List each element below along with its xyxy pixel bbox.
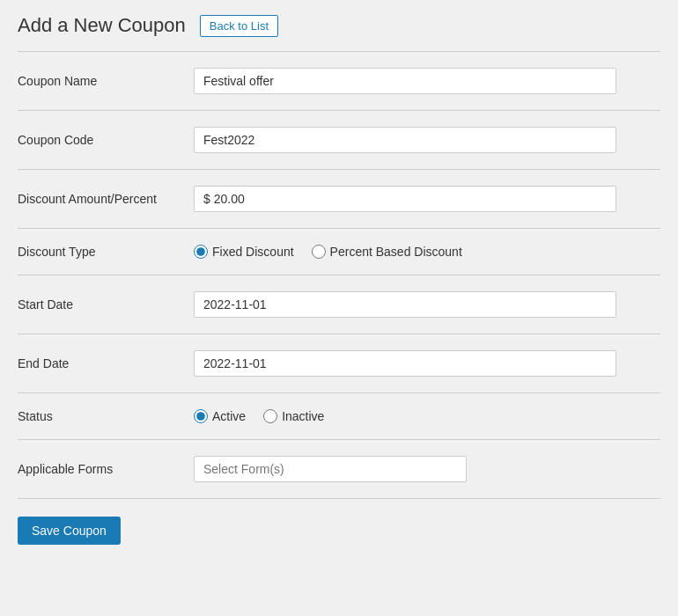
start-date-row: Start Date xyxy=(18,275,660,334)
end-date-label: End Date xyxy=(18,356,194,370)
coupon-code-label: Coupon Code xyxy=(18,133,194,147)
coupon-name-row: Coupon Name xyxy=(18,52,660,111)
page-title: Add a New Coupon xyxy=(18,14,186,37)
coupon-code-row: Coupon Code xyxy=(18,111,660,170)
discount-type-fixed-option[interactable]: Fixed Discount xyxy=(194,245,294,259)
end-date-field xyxy=(194,350,660,377)
end-date-input[interactable] xyxy=(194,350,616,377)
coupon-name-label: Coupon Name xyxy=(18,74,194,88)
coupon-form: Coupon Name Coupon Code Discount Amount/… xyxy=(18,52,660,499)
discount-type-options: Fixed Discount Percent Based Discount xyxy=(194,245,660,259)
discount-type-fixed-radio[interactable] xyxy=(194,245,208,259)
status-inactive-radio[interactable] xyxy=(263,409,277,423)
status-active-option[interactable]: Active xyxy=(194,409,246,423)
discount-amount-field xyxy=(194,186,660,212)
status-active-radio[interactable] xyxy=(194,409,208,423)
coupon-code-field xyxy=(194,127,660,153)
discount-type-percent-radio[interactable] xyxy=(312,245,326,259)
applicable-forms-field xyxy=(194,456,660,482)
discount-type-fixed-label: Fixed Discount xyxy=(212,245,294,259)
discount-amount-input[interactable] xyxy=(194,186,616,212)
start-date-input[interactable] xyxy=(194,291,616,318)
discount-amount-label: Discount Amount/Percent xyxy=(18,192,194,206)
end-date-row: End Date xyxy=(18,334,660,393)
status-inactive-label: Inactive xyxy=(282,409,324,423)
applicable-forms-label: Applicable Forms xyxy=(18,462,194,476)
applicable-forms-input[interactable] xyxy=(194,456,467,482)
page-header: Add a New Coupon Back to List xyxy=(18,14,660,37)
discount-type-percent-label: Percent Based Discount xyxy=(330,245,462,259)
discount-type-percent-option[interactable]: Percent Based Discount xyxy=(312,245,462,259)
discount-type-row: Discount Type Fixed Discount Percent Bas… xyxy=(18,229,660,275)
status-inactive-option[interactable]: Inactive xyxy=(263,409,324,423)
start-date-field xyxy=(194,291,660,318)
discount-amount-row: Discount Amount/Percent xyxy=(18,170,660,229)
status-active-label: Active xyxy=(212,409,246,423)
coupon-code-input[interactable] xyxy=(194,127,616,153)
coupon-name-field xyxy=(194,68,660,94)
discount-type-label: Discount Type xyxy=(18,245,194,259)
status-label: Status xyxy=(18,409,194,423)
start-date-label: Start Date xyxy=(18,297,194,312)
status-options: Active Inactive xyxy=(194,409,660,423)
save-coupon-button[interactable]: Save Coupon xyxy=(18,517,121,545)
status-row: Status Active Inactive xyxy=(18,393,660,440)
coupon-name-input[interactable] xyxy=(194,68,616,94)
back-to-list-button[interactable]: Back to List xyxy=(200,15,278,37)
applicable-forms-row: Applicable Forms xyxy=(18,440,660,499)
